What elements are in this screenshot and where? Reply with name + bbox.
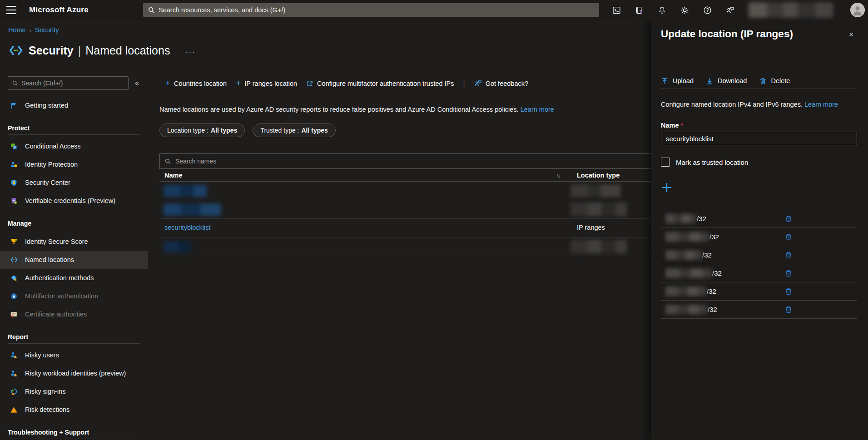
security-blade-icon: [8, 43, 24, 58]
sidebar-search[interactable]: [8, 76, 129, 90]
topbar-icon-group: ?: [605, 0, 741, 20]
divider: [8, 230, 140, 230]
delete-ip-icon[interactable]: [784, 215, 793, 223]
table-row-securityblocklist[interactable]: securityblocklist IP ranges: [159, 219, 651, 237]
panel-description: Configure named location IPv4 and IPv6 r…: [661, 101, 857, 108]
sidebar-item-multifactor-authentication[interactable]: Multifactor authentication: [0, 287, 148, 305]
configure-mfa-trusted-ips-button[interactable]: Configure multifactor authentication tru…: [306, 80, 454, 87]
delete-ip-icon[interactable]: [784, 233, 793, 241]
panel-toolbar: Upload Download Delete: [661, 75, 857, 89]
got-feedback-button[interactable]: Got feedback?: [474, 79, 528, 87]
title-more-button[interactable]: ···: [185, 44, 195, 56]
location-type-filter[interactable]: Location type :All types: [159, 124, 245, 137]
sidebar-search-input[interactable]: [21, 79, 124, 87]
account-info-redacted: [749, 2, 833, 18]
location-type-value: IP ranges: [577, 224, 605, 231]
sidebar-item-verifiable-credentials[interactable]: Verifiable credentials (Preview): [0, 192, 148, 210]
feedback-icon[interactable]: [719, 0, 741, 20]
ip-range-row[interactable]: /32: [661, 210, 857, 228]
sidebar-item-authentication-methods[interactable]: Authentication methods: [0, 269, 148, 287]
table-row[interactable]: [159, 182, 651, 200]
sidebar-item-risky-users[interactable]: Risky users: [0, 346, 148, 364]
sidebar-item-conditional-access[interactable]: Conditional Access: [0, 137, 148, 155]
ip-range-row[interactable]: /32: [661, 264, 857, 282]
breadcrumb-security-link[interactable]: Security: [35, 26, 59, 34]
avatar[interactable]: [850, 3, 865, 17]
global-search[interactable]: [143, 3, 599, 17]
redacted-location-type: [570, 184, 620, 197]
command-bar: + Countries location + IP ranges locatio…: [159, 75, 651, 92]
column-header-name[interactable]: Name: [164, 172, 183, 179]
cloud-shell-icon[interactable]: [605, 0, 628, 20]
settings-gear-icon[interactable]: [673, 0, 696, 20]
sidebar-item-security-center[interactable]: Security Center: [0, 173, 148, 192]
ip-range-row[interactable]: /32: [661, 246, 857, 264]
trophy-icon: [10, 237, 19, 246]
close-icon[interactable]: ×: [845, 29, 857, 40]
ip-range-row[interactable]: /32: [661, 301, 857, 319]
ip-range-row[interactable]: /32: [661, 282, 857, 301]
upload-icon: [661, 77, 669, 85]
breadcrumb-home-link[interactable]: Home: [8, 26, 26, 34]
trusted-type-filter[interactable]: Trusted type :All types: [253, 124, 335, 137]
search-names-input[interactable]: [175, 158, 646, 165]
flag-icon: [10, 101, 19, 109]
securityblocklist-link[interactable]: securityblocklist: [164, 224, 211, 231]
sort-icon[interactable]: ↑↓: [556, 172, 561, 178]
trusted-location-checkbox[interactable]: [661, 158, 670, 167]
notifications-bell-icon[interactable]: [650, 0, 673, 20]
learn-more-link[interactable]: Learn more: [521, 106, 554, 113]
sidebar-section-manage: Manage: [0, 218, 148, 228]
delete-ip-icon[interactable]: [784, 251, 793, 259]
sidebar-item-named-locations[interactable]: Named locations: [0, 251, 148, 269]
open-in-new-icon: [306, 80, 313, 87]
delete-ip-icon[interactable]: [784, 306, 793, 314]
breadcrumb: Home›Security: [8, 26, 59, 34]
redacted-location-type: [570, 240, 627, 253]
sidebar-item-risk-detections[interactable]: Risk detections: [0, 400, 148, 419]
global-search-input[interactable]: [159, 6, 595, 14]
trusted-location-option[interactable]: Mark as trusted location: [661, 158, 857, 167]
upload-button[interactable]: Upload: [661, 77, 694, 85]
delete-ip-icon[interactable]: [784, 269, 793, 277]
countries-location-button[interactable]: + Countries location: [165, 79, 227, 88]
sidebar-item-risky-workload-identities[interactable]: Risky workload identities (preview): [0, 364, 148, 382]
delete-button[interactable]: Delete: [759, 77, 790, 85]
sidebar-item-identity-secure-score[interactable]: Identity Secure Score: [0, 232, 148, 251]
column-header-location-type[interactable]: Location type: [577, 172, 620, 179]
redacted-ip: [665, 287, 706, 296]
filter-pills: Location type :All types Trusted type :A…: [159, 124, 651, 137]
download-icon: [706, 77, 714, 85]
brand-title[interactable]: Microsoft Azure: [29, 5, 89, 15]
table-row[interactable]: [159, 237, 651, 256]
sidebar-item-getting-started[interactable]: Getting started: [0, 96, 148, 114]
delete-ip-icon[interactable]: [784, 287, 793, 296]
sidebar-item-identity-protection[interactable]: Identity Protection: [0, 155, 148, 173]
ip-ranges-location-button[interactable]: + IP ranges location: [236, 79, 297, 88]
page-description: Named locations are used by Azure AD sec…: [159, 106, 651, 113]
redacted-name: [164, 203, 221, 216]
learn-more-link[interactable]: Learn more: [804, 101, 838, 108]
search-names-box[interactable]: [159, 153, 651, 169]
search-icon: [12, 80, 18, 86]
sidebar-item-risky-sign-ins[interactable]: Risky sign-ins: [0, 382, 148, 400]
help-icon[interactable]: ?: [696, 0, 719, 20]
redacted-ip: [665, 232, 709, 242]
breadcrumb-separator: ›: [30, 27, 31, 34]
directory-filter-icon[interactable]: [628, 0, 650, 20]
azure-portal: Microsoft Azure ?: [0, 0, 868, 440]
sidebar-item-certificate-authorities[interactable]: Certificate authorities: [0, 305, 148, 323]
sidebar-collapse-button[interactable]: «: [135, 79, 139, 87]
download-button[interactable]: Download: [706, 77, 747, 85]
search-icon: [148, 6, 155, 14]
hamburger-menu-icon[interactable]: [6, 6, 16, 14]
page-title: Security: [29, 44, 74, 57]
table-row[interactable]: [159, 200, 651, 219]
panel-title: Update location (IP ranges): [661, 28, 793, 40]
conditional-access-icon: [10, 142, 19, 150]
name-field[interactable]: [661, 132, 857, 145]
ip-range-row[interactable]: /32: [661, 228, 857, 246]
delete-trash-icon: [759, 77, 767, 85]
add-ip-range-button[interactable]: [661, 182, 673, 193]
redacted-ip: [665, 305, 707, 314]
